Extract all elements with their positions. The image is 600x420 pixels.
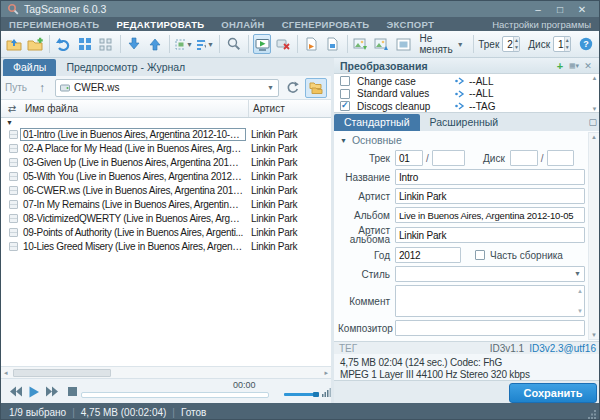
album-input[interactable]: Live in Buenos Aires, Argentina 2012-10-… xyxy=(395,207,585,223)
transform-row[interactable]: Change case--ALL xyxy=(334,75,600,88)
cover-window-icon[interactable] xyxy=(394,34,412,54)
file-row[interactable]: 02-A Place for My Head (Live in Buenos A… xyxy=(1,141,331,155)
file-name[interactable]: 07-In My Remains (Live in Buenos Aires, … xyxy=(21,199,245,210)
minimize-button[interactable]: – xyxy=(527,4,549,15)
file-row[interactable]: 05-With You (Live in Buenos Aires, Argen… xyxy=(1,169,331,183)
file-row[interactable]: 10-Lies Greed Misery (Live in Buenos Air… xyxy=(1,239,331,253)
player-panel-toggle[interactable] xyxy=(253,34,271,54)
transform-checkbox[interactable] xyxy=(340,76,350,86)
file-row[interactable]: 09-Points of Authority (Live in Buenos A… xyxy=(1,225,331,239)
column-artist[interactable]: Артист xyxy=(249,103,285,114)
disc-total-input[interactable] xyxy=(547,150,574,166)
menu-edit[interactable]: РЕДАКТИРОВАТЬ xyxy=(116,19,204,30)
file-name[interactable]: 05-With You (Live in Buenos Aires, Argen… xyxy=(21,171,245,182)
transform-scrollbar[interactable]: ▲ ▼ xyxy=(589,75,600,112)
save-button[interactable]: Сохранить xyxy=(509,383,597,403)
tab-files[interactable]: Файлы xyxy=(3,59,56,76)
copy-file-icon[interactable] xyxy=(324,34,342,54)
fast-forward-button[interactable] xyxy=(45,386,59,397)
scroll-left-icon[interactable]: ◂ xyxy=(4,368,8,378)
search-icon[interactable] xyxy=(225,34,243,54)
menu-generate[interactable]: СГЕНЕРИРОВАТЬ xyxy=(282,19,370,30)
maximize-button[interactable]: □ xyxy=(549,4,571,15)
file-name[interactable]: 02-A Place for My Head (Live in Buenos A… xyxy=(21,143,245,154)
artist-input[interactable]: Linkin Park xyxy=(395,188,585,204)
file-name[interactable]: 06-CWER.ws (Live in Buenos Aires, Argent… xyxy=(21,185,245,196)
albumartist-input[interactable]: Linkin Park xyxy=(395,227,585,243)
disc-number-input[interactable] xyxy=(510,150,538,166)
file-name[interactable]: 01-Intro (Live in Buenos Aires, Argentin… xyxy=(21,129,245,140)
transform-row[interactable]: Standard values--ALL xyxy=(334,88,600,101)
grid-view-icon[interactable] xyxy=(76,34,94,54)
file-row[interactable]: 08-VictimizedQWERTY (Live in Buenos Aire… xyxy=(1,211,331,225)
move-down-icon[interactable] xyxy=(125,34,143,54)
playlist-file-icon[interactable] xyxy=(303,34,321,54)
volume-slider[interactable] xyxy=(284,393,319,396)
tag-id3v2[interactable]: ID3v2.3@utf16 xyxy=(529,343,596,354)
help-icon[interactable]: ? xyxy=(577,34,595,54)
track-spinner[interactable]: 2 ▲▼ xyxy=(502,36,520,52)
column-filename[interactable]: Имя файла xyxy=(23,100,249,117)
menu-rename[interactable]: ПЕРЕИМЕНОВАТЬ xyxy=(9,19,99,30)
export-cover-icon[interactable] xyxy=(373,34,391,54)
menu-online[interactable]: ОНЛАЙН xyxy=(221,19,264,30)
seek-bar[interactable] xyxy=(81,392,269,398)
scroll-right-icon[interactable]: ▸ xyxy=(324,368,328,378)
transform-close-icon[interactable]: ✕ xyxy=(581,61,595,71)
file-name[interactable]: 03-Given Up (Live in Buenos Aires, Argen… xyxy=(21,157,245,168)
undo-icon[interactable] xyxy=(55,34,73,54)
transform-checkbox[interactable] xyxy=(340,89,350,99)
stop-button[interactable] xyxy=(67,386,78,397)
tab-extended[interactable]: Расширенный xyxy=(420,114,509,131)
sort-dropdown[interactable]: ▼ xyxy=(196,34,214,54)
rewind-button[interactable] xyxy=(9,386,23,397)
compilation-checkbox[interactable] xyxy=(475,250,485,260)
select-files-dropdown[interactable]: ▼ xyxy=(175,34,193,54)
composer-input[interactable] xyxy=(395,320,585,336)
transform-menu-icon[interactable]: ▦▾ xyxy=(567,62,581,70)
cover-action-dropdown[interactable]: Не менять▼ xyxy=(415,34,467,54)
horizontal-scrollbar[interactable]: ◂ ▸ xyxy=(1,366,331,378)
menu-export[interactable]: ЭКСПОРТ xyxy=(386,19,434,30)
remove-tag-icon[interactable] xyxy=(274,34,292,54)
track-number-input[interactable]: 01 xyxy=(395,150,423,166)
file-name[interactable]: 08-VictimizedQWERTY (Live in Buenos Aire… xyxy=(21,213,245,224)
file-info-line1: 4,75 MB 02:04 (124 sec.) Codec: FhG xyxy=(340,357,600,369)
file-row[interactable]: 01-Intro (Live in Buenos Aires, Argentin… xyxy=(1,127,331,141)
scrollbar-thumb[interactable] xyxy=(13,369,111,377)
tab-standard[interactable]: Стандартный xyxy=(334,114,420,131)
form-scrollbar[interactable]: ▲ ▼ xyxy=(588,132,600,340)
tab-preview-log[interactable]: Предпросмотр - Журнал xyxy=(56,59,195,76)
add-transform-icon[interactable]: + xyxy=(553,60,567,72)
folder-up-icon[interactable]: ↑ xyxy=(33,79,51,97)
transform-row[interactable]: Discogs cleanup--TAG xyxy=(334,100,600,113)
move-up-icon[interactable] xyxy=(146,34,164,54)
menu-settings[interactable]: Настройки программы xyxy=(492,19,591,30)
import-cover-icon[interactable] xyxy=(352,34,370,54)
transform-checkbox[interactable] xyxy=(340,101,350,111)
track-total-input[interactable] xyxy=(432,150,465,166)
add-folder-icon[interactable] xyxy=(26,34,44,54)
swap-columns-icon[interactable]: ⇄ xyxy=(1,103,23,114)
group-expander-icon[interactable]: ▼ xyxy=(1,118,331,127)
path-combobox[interactable]: CWER.ws ▼ xyxy=(55,79,279,97)
file-row[interactable]: 03-Given Up (Live in Buenos Aires, Argen… xyxy=(1,155,331,169)
play-button[interactable] xyxy=(28,386,40,398)
panel-maximize-icon[interactable]: ▢ xyxy=(588,117,597,127)
close-button[interactable]: ✕ xyxy=(571,4,593,15)
open-folder-icon[interactable] xyxy=(5,34,23,54)
year-input[interactable]: 2012 xyxy=(395,247,461,263)
genre-select[interactable]: ▼ xyxy=(395,266,585,282)
small-grid-view-icon[interactable] xyxy=(97,34,115,54)
file-row[interactable]: 07-In My Remains (Live in Buenos Aires, … xyxy=(1,197,331,211)
comment-textarea[interactable]: ▲ ▼ xyxy=(395,285,585,317)
folder-tree-toggle[interactable] xyxy=(305,78,327,98)
title-input[interactable]: Intro xyxy=(395,169,585,185)
disc-spinner[interactable]: 1 ▲▼ xyxy=(553,36,571,52)
refresh-icon[interactable] xyxy=(283,79,301,97)
resize-grip-icon[interactable] xyxy=(588,410,597,419)
file-row[interactable]: 06-CWER.ws (Live in Buenos Aires, Argent… xyxy=(1,183,331,197)
file-name[interactable]: 10-Lies Greed Misery (Live in Buenos Air… xyxy=(21,241,245,252)
section-main[interactable]: ▼ Основные xyxy=(338,133,585,147)
file-name[interactable]: 09-Points of Authority (Live in Buenos A… xyxy=(21,227,245,238)
